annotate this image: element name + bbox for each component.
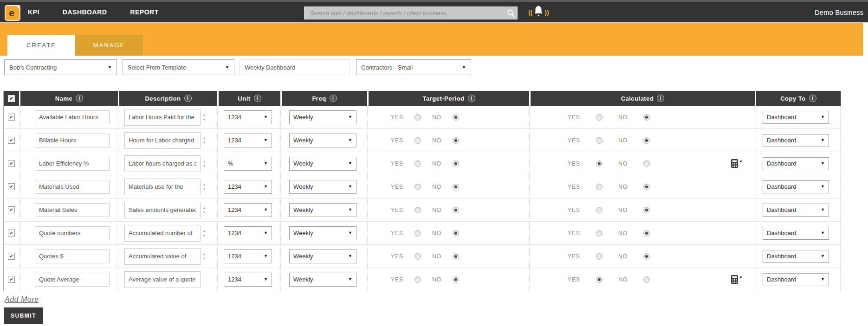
kpi-name-input[interactable] <box>35 273 110 287</box>
row-checkbox[interactable]: ✔ <box>8 230 15 237</box>
freq-select[interactable]: Weekly ▼ <box>289 273 356 287</box>
calculated-no-radio[interactable] <box>643 276 650 283</box>
calculated-no-radio[interactable] <box>643 137 650 144</box>
nav-item-kpi[interactable]: KPI <box>28 8 39 16</box>
calculator-icon[interactable]: ▼ <box>731 275 743 284</box>
copy-to-select[interactable]: Dashboard ▼ <box>763 273 829 286</box>
calculated-yes-radio[interactable] <box>596 207 602 213</box>
target-yes-radio[interactable] <box>415 160 421 167</box>
kpi-description-input[interactable] <box>124 132 201 149</box>
unit-select[interactable]: % ▼ <box>224 157 272 171</box>
kpi-name-input[interactable] <box>35 203 110 217</box>
nav-item-dashboard[interactable]: DASHBOARD <box>63 8 107 16</box>
freq-select[interactable]: Weekly ▼ <box>289 134 356 147</box>
tab-create[interactable]: CREATE <box>7 35 75 56</box>
search-input[interactable] <box>304 7 504 19</box>
target-yes-radio[interactable] <box>415 276 421 283</box>
copy-to-select[interactable]: Dashboard ▼ <box>763 204 829 217</box>
info-icon[interactable]: i <box>809 95 816 102</box>
description-scroll-arrows[interactable]: ▲ ▼ <box>203 253 206 260</box>
calculator-icon[interactable]: ▼ <box>731 159 743 168</box>
unit-select[interactable]: 1234 ▼ <box>224 273 272 287</box>
calculated-no-radio[interactable] <box>643 160 650 167</box>
kpi-name-input[interactable] <box>35 157 110 171</box>
calculated-no-radio[interactable] <box>643 114 650 121</box>
target-no-radio[interactable] <box>453 253 459 260</box>
description-scroll-arrows[interactable]: ▲ ▼ <box>203 160 206 167</box>
freq-select[interactable]: Weekly ▼ <box>289 203 356 217</box>
nav-item-report[interactable]: REPORT <box>130 8 158 16</box>
unit-select[interactable]: 1234 ▼ <box>224 226 272 240</box>
search-icon[interactable] <box>504 9 517 17</box>
freq-select[interactable]: Weekly ▼ <box>289 180 356 194</box>
kpi-name-input[interactable] <box>35 110 110 124</box>
kpi-name-input[interactable] <box>35 180 110 194</box>
copy-to-select[interactable]: Dashboard ▼ <box>763 134 829 147</box>
app-logo[interactable]: e <box>5 5 20 21</box>
description-scroll-arrows[interactable]: ▲ ▼ <box>203 114 206 121</box>
row-checkbox[interactable]: ✔ <box>8 137 15 144</box>
unit-select[interactable]: 1234 ▼ <box>224 110 272 124</box>
kpi-name-input[interactable] <box>35 226 110 240</box>
info-icon[interactable]: i <box>76 95 83 102</box>
description-scroll-arrows[interactable]: ▲ ▼ <box>203 230 206 237</box>
size-select[interactable]: Contractors - Small ▼ <box>356 59 471 75</box>
tab-manage[interactable]: MANAGE <box>75 35 143 56</box>
calculated-yes-radio[interactable] <box>596 114 602 121</box>
notifications-bell[interactable]: (( )) <box>528 6 549 19</box>
info-icon[interactable]: i <box>254 95 261 102</box>
unit-select[interactable]: 1234 ▼ <box>224 203 272 217</box>
target-no-radio[interactable] <box>453 114 459 121</box>
freq-select[interactable]: Weekly ▼ <box>289 110 356 124</box>
client-select[interactable]: Bob's Contracting ▼ <box>4 59 117 75</box>
submit-button[interactable]: SUBMIT <box>4 307 43 324</box>
kpi-description-input[interactable] <box>124 202 201 218</box>
calculated-yes-radio[interactable] <box>596 276 602 283</box>
business-name[interactable]: Demo Business <box>815 8 863 16</box>
target-no-radio[interactable] <box>453 276 459 283</box>
target-yes-radio[interactable] <box>415 137 421 144</box>
add-more-link[interactable]: Add More <box>5 295 39 304</box>
row-checkbox[interactable]: ✔ <box>8 206 15 213</box>
select-all-checkbox[interactable]: ✔ <box>8 95 15 102</box>
target-no-radio[interactable] <box>453 137 459 144</box>
calculated-yes-radio[interactable] <box>596 137 602 144</box>
calculated-yes-radio[interactable] <box>596 160 602 167</box>
kpi-description-input[interactable] <box>124 109 201 126</box>
target-yes-radio[interactable] <box>415 207 421 213</box>
calculated-no-radio[interactable] <box>643 230 650 237</box>
target-yes-radio[interactable] <box>415 253 421 260</box>
description-scroll-arrows[interactable]: ▲ ▼ <box>203 206 206 214</box>
row-checkbox[interactable]: ✔ <box>8 276 15 283</box>
template-select[interactable]: Select From Template ▼ <box>123 59 234 75</box>
info-icon[interactable]: i <box>330 95 337 102</box>
target-no-radio[interactable] <box>453 184 459 190</box>
info-icon[interactable]: i <box>657 95 664 102</box>
target-yes-radio[interactable] <box>415 114 421 121</box>
target-no-radio[interactable] <box>453 207 459 213</box>
target-no-radio[interactable] <box>453 160 459 167</box>
target-no-radio[interactable] <box>453 230 459 237</box>
kpi-name-input[interactable] <box>35 249 110 263</box>
kpi-description-input[interactable] <box>124 225 201 242</box>
calculated-no-radio[interactable] <box>643 184 650 190</box>
target-yes-radio[interactable] <box>415 184 421 190</box>
kpi-description-input[interactable] <box>124 155 201 172</box>
row-checkbox[interactable]: ✔ <box>8 160 15 167</box>
copy-to-select[interactable]: Dashboard ▼ <box>763 180 829 193</box>
row-checkbox[interactable]: ✔ <box>8 183 15 190</box>
freq-select[interactable]: Weekly ▼ <box>289 157 356 171</box>
freq-select[interactable]: Weekly ▼ <box>289 226 356 240</box>
calculated-yes-radio[interactable] <box>596 184 602 190</box>
calculated-no-radio[interactable] <box>643 253 650 260</box>
unit-select[interactable]: 1234 ▼ <box>224 249 272 263</box>
target-yes-radio[interactable] <box>415 230 421 237</box>
unit-select[interactable]: 1234 ▼ <box>224 180 272 194</box>
kpi-name-input[interactable] <box>35 134 110 147</box>
info-icon[interactable]: i <box>184 95 192 102</box>
copy-to-select[interactable]: Dashboard ▼ <box>763 157 829 170</box>
info-icon[interactable]: i <box>468 95 475 102</box>
description-scroll-arrows[interactable]: ▲ ▼ <box>203 137 206 144</box>
kpi-description-input[interactable] <box>124 179 201 195</box>
freq-select[interactable]: Weekly ▼ <box>289 249 356 263</box>
